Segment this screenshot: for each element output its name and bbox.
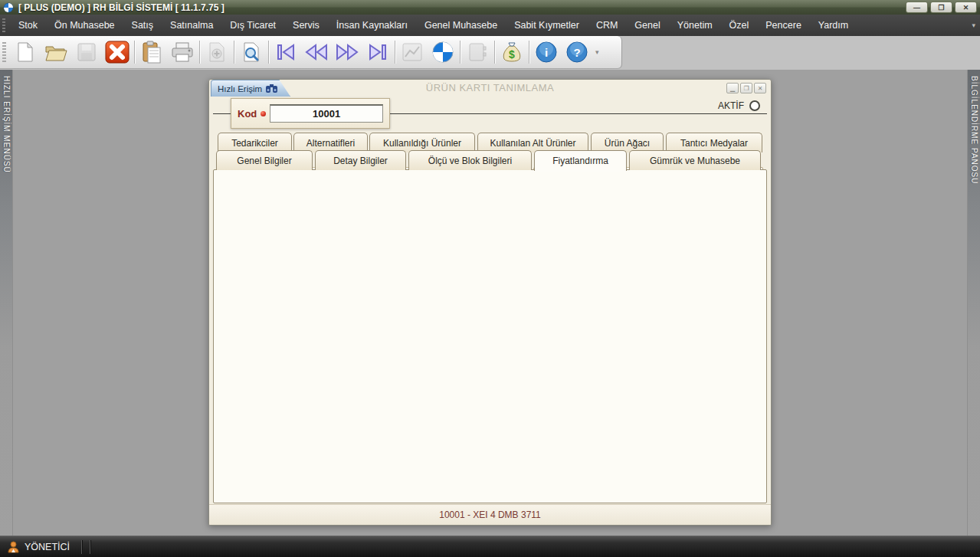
- user-name: YÖNETİCİ: [25, 542, 70, 552]
- nav-previous-icon[interactable]: [301, 38, 332, 67]
- desktop: HIZLI ERİŞİM MENÜSÜ BİLGİLENDİRME PANOSU…: [0, 70, 980, 536]
- toolbar-overflow-icon[interactable]: ▾: [595, 48, 599, 56]
- help-icon[interactable]: ?: [562, 38, 592, 67]
- nav-last-icon[interactable]: [362, 38, 393, 67]
- window-statusbar: 10001 - XEI 4 DMB 3711: [209, 504, 771, 525]
- save-icon: [71, 38, 102, 67]
- user-icon: [8, 541, 19, 553]
- screen: [ PLUS (DEMO) ] RH BİLGİ SİSTEMİ [ 11.1.…: [0, 0, 980, 557]
- device-icon: [462, 38, 493, 67]
- left-panel-label: HIZLI ERİŞİM MENÜSÜ: [2, 76, 11, 173]
- window-maximize-button[interactable]: ❐: [740, 83, 752, 93]
- tab-fiyatlandirma[interactable]: Fiyatlandırma: [534, 150, 627, 171]
- required-icon: [261, 111, 266, 116]
- paste-icon[interactable]: [136, 38, 167, 67]
- taskbar: YÖNETİCİ: [0, 536, 980, 557]
- delete-icon[interactable]: [102, 38, 133, 67]
- aktif-label: AKTİF: [718, 100, 744, 111]
- menu-insan-kaynaklari[interactable]: İnsan Kaynakları: [328, 15, 416, 36]
- menu-on-muhasebe[interactable]: Ön Muhasebe: [46, 15, 123, 36]
- new-document-icon[interactable]: [10, 38, 41, 67]
- divider: [81, 540, 82, 554]
- nav-next-icon[interactable]: [332, 38, 362, 67]
- svg-text:i: i: [545, 46, 548, 59]
- print-icon[interactable]: [167, 38, 198, 67]
- menu-stok[interactable]: Stok: [10, 15, 46, 36]
- kod-label: Kod: [238, 108, 257, 120]
- menu-sabit-kiymetler[interactable]: Sabit Kıymetler: [506, 15, 588, 36]
- urun-karti-window: Hızlı Erişim ÜRÜN KARTI TANIMLAMA ▁ ❐ ✕ …: [208, 79, 772, 526]
- menu-satis[interactable]: Satış: [123, 15, 162, 36]
- app-logo-icon: [3, 2, 14, 13]
- quick-access-panel-collapsed[interactable]: HIZLI ERİŞİM MENÜSÜ: [0, 70, 13, 536]
- toolbar-grip[interactable]: [2, 42, 6, 62]
- fiyatlandirma-panel: [213, 169, 767, 503]
- menu-genel[interactable]: Genel: [626, 15, 668, 36]
- tab-gumruk-ve-muhasebe[interactable]: Gümrük ve Muhasebe: [629, 150, 761, 170]
- menu-satinalma[interactable]: Satınalma: [162, 15, 221, 36]
- menu-crm[interactable]: CRM: [588, 15, 626, 36]
- minimize-button[interactable]: —: [906, 2, 928, 13]
- restore-button[interactable]: ❐: [930, 2, 952, 13]
- menu-ozel[interactable]: Özel: [721, 15, 758, 36]
- app-title: [ PLUS (DEMO) ] RH BİLGİ SİSTEMİ [ 11.1.…: [18, 2, 225, 13]
- menu-yardim[interactable]: Yardım: [810, 15, 857, 36]
- window-close-button[interactable]: ✕: [754, 83, 766, 93]
- cash-icon[interactable]: $: [497, 38, 527, 67]
- svg-text:$: $: [509, 48, 515, 61]
- add-record-icon: [202, 38, 232, 67]
- tab-detay-bilgiler[interactable]: Detay Bilgiler: [315, 150, 406, 170]
- tab-genel-bilgiler[interactable]: Genel Bilgiler: [216, 150, 313, 170]
- chart-icon: [397, 38, 428, 67]
- divider: [90, 540, 90, 554]
- open-folder-icon[interactable]: [41, 38, 71, 67]
- web-icon[interactable]: [428, 38, 458, 67]
- kod-input[interactable]: 10001: [270, 104, 383, 123]
- menu-pencere[interactable]: Pencere: [757, 15, 810, 36]
- app-titlebar: [ PLUS (DEMO) ] RH BİLGİ SİSTEMİ [ 11.1.…: [0, 0, 980, 15]
- nav-first-icon[interactable]: [270, 38, 301, 67]
- info-panel-collapsed[interactable]: BİLGİLENDİRME PANOSU: [967, 70, 980, 536]
- menu-grip[interactable]: [2, 18, 5, 32]
- window-minimize-button[interactable]: ▁: [726, 83, 739, 93]
- menu-overflow-icon[interactable]: ▾: [972, 21, 975, 29]
- menu-dis-ticaret[interactable]: Dış Ticaret: [221, 15, 284, 36]
- svg-text:?: ?: [573, 46, 580, 59]
- right-panel-label: BİLGİLENDİRME PANOSU: [970, 76, 978, 185]
- info-icon[interactable]: i: [531, 38, 562, 67]
- aktif-radio[interactable]: [749, 100, 760, 111]
- close-button[interactable]: ✕: [955, 2, 977, 13]
- kod-panel: Kod 10001: [231, 98, 390, 129]
- menu-servis[interactable]: Servis: [284, 15, 328, 36]
- window-title: ÜRÜN KARTI TANIMLAMA: [209, 82, 771, 93]
- menu-yonetim[interactable]: Yönetim: [669, 15, 721, 36]
- toolbar: $ i ? ▾: [0, 36, 980, 70]
- tab-olcu-ve-blok[interactable]: Ölçü ve Blok Bilgileri: [408, 150, 532, 170]
- menu-genel-muhasebe[interactable]: Genel Muhasebe: [416, 15, 506, 36]
- menubar: Stok Ön Muhasebe Satış Satınalma Dış Tic…: [0, 15, 980, 36]
- user-button[interactable]: YÖNETİCİ: [0, 536, 77, 557]
- search-icon[interactable]: [236, 38, 267, 67]
